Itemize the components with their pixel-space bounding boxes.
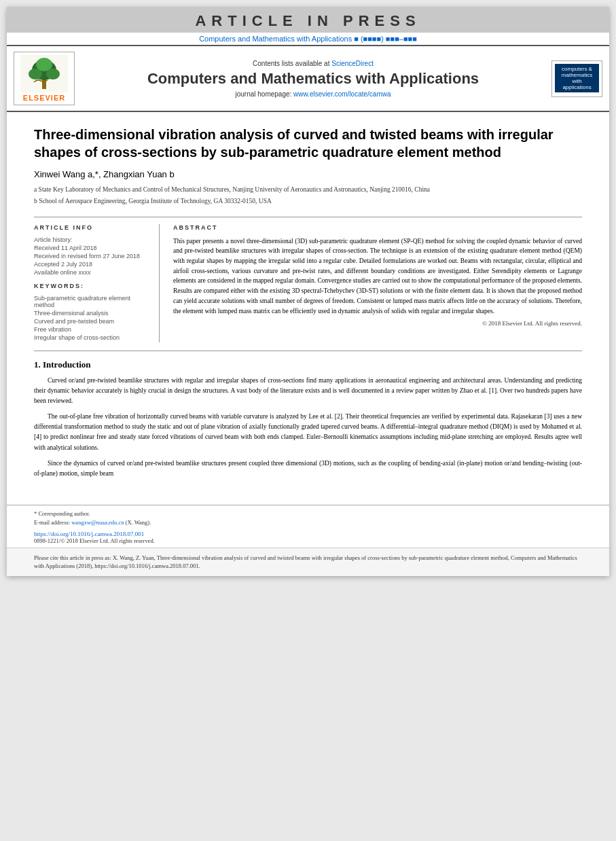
intro-paragraph-1: Curved or/and pre-twisted beamlike struc… [34, 376, 582, 407]
footnote-area: * Corresponding author. E-mail address: … [7, 505, 609, 527]
authors-text: Xinwei Wang a,*, Zhangxian Yuan b [34, 169, 175, 179]
section-divider [34, 351, 582, 351]
journal-right-logo: computers &mathematicswithapplications [551, 60, 602, 97]
intro-paragraph-2: The out-of-plane free vibration of horiz… [34, 412, 582, 453]
section-number: 1. [34, 359, 43, 370]
email-footnote: E-mail address: wangxw@nuaa.edu.cn (X. W… [34, 518, 582, 527]
aip-subtitle: Computers and Mathematics with Applicati… [7, 33, 609, 45]
journal-title: Computers and Mathematics with Applicati… [81, 70, 545, 88]
journal-homepage: journal homepage: www.elsevier.com/locat… [81, 90, 545, 98]
keywords-heading: Keywords: [34, 283, 151, 289]
doi-link[interactable]: https://doi.org/10.1016/j.camwa.2018.07.… [34, 531, 144, 537]
keyword-3: Curved and pre-twisted beam [34, 318, 151, 325]
available-date: Available online xxxx [34, 269, 151, 276]
citation-box: Please cite this article in press as: X.… [7, 548, 609, 577]
affiliation-b: b School of Aerospace Engineering, Georg… [34, 196, 582, 206]
elsevier-tree-icon [20, 55, 68, 92]
abstract-text: This paper presents a novel three-dimens… [173, 236, 582, 317]
doi-line: https://doi.org/10.1016/j.camwa.2018.07.… [7, 531, 609, 537]
introduction-title: 1. Introduction [34, 359, 582, 370]
history-label: Article history: [34, 236, 151, 243]
keyword-4: Free vibration [34, 326, 151, 333]
abstract-column: ABSTRACT This paper presents a novel thr… [173, 224, 582, 342]
aip-banner: ARTICLE IN PRESS [7, 7, 609, 33]
contents-available-line: Contents lists available at ScienceDirec… [81, 60, 545, 67]
aip-banner-text: ARTICLE IN PRESS [195, 12, 420, 29]
keyword-1: Sub-parametric quadrature element method [34, 295, 151, 308]
corresponding-footnote: * Corresponding author. [34, 509, 582, 518]
journal-center: Contents lists available at ScienceDirec… [75, 60, 551, 98]
article-title: Three-dimensional vibration analysis of … [34, 126, 582, 161]
intro-paragraph-3: Since the dynamics of curved or/and pre-… [34, 459, 582, 479]
email-link[interactable]: wangxw@nuaa.edu.cn [71, 519, 124, 526]
journal-header: ELSEVIER Contents lists available at Sci… [7, 45, 609, 112]
received-date: Received 11 April 2018 [34, 245, 151, 251]
section-label: Introduction [43, 359, 91, 370]
article-info-heading: ARTICLE INFO [34, 224, 151, 231]
keywords-section: Keywords: Sub-parametric quadrature elem… [34, 283, 151, 341]
page: ARTICLE IN PRESS Computers and Mathemati… [7, 7, 609, 576]
elsevier-brand-text: ELSEVIER [23, 94, 65, 102]
authors-line: Xinwei Wang a,*, Zhangxian Yuan b [34, 169, 582, 179]
aip-subtitle-text: Computers and Mathematics with Applicati… [199, 35, 417, 43]
abstract-copyright: © 2018 Elsevier Ltd. All rights reserved… [173, 320, 582, 327]
sciencedirect-link[interactable]: ScienceDirect [331, 60, 374, 67]
svg-point-5 [36, 58, 52, 71]
journal-url[interactable]: www.elsevier.com/locate/camwa [293, 90, 391, 98]
issn-line: 0898-1221/© 2018 Elsevier Ltd. All right… [7, 537, 609, 544]
revised-date: Received in revised form 27 June 2018 [34, 253, 151, 260]
keyword-2: Three-dimensional analysis [34, 310, 151, 317]
abstract-heading: ABSTRACT [173, 224, 582, 231]
keyword-5: Irregular shape of cross-section [34, 334, 151, 341]
two-col-layout: ARTICLE INFO Article history: Received 1… [34, 217, 582, 342]
main-content: Three-dimensional vibration analysis of … [7, 112, 609, 495]
citation-text: Please cite this article in press as: X.… [34, 554, 577, 570]
article-info-column: ARTICLE INFO Article history: Received 1… [34, 224, 160, 342]
affiliation-a: a State Key Laboratory of Mechanics and … [34, 185, 582, 194]
cm-logo-box: computers &mathematicswithapplications [555, 64, 599, 92]
svg-rect-1 [42, 79, 46, 89]
elsevier-logo: ELSEVIER [14, 52, 75, 105]
accepted-date: Accepted 2 July 2018 [34, 261, 151, 268]
